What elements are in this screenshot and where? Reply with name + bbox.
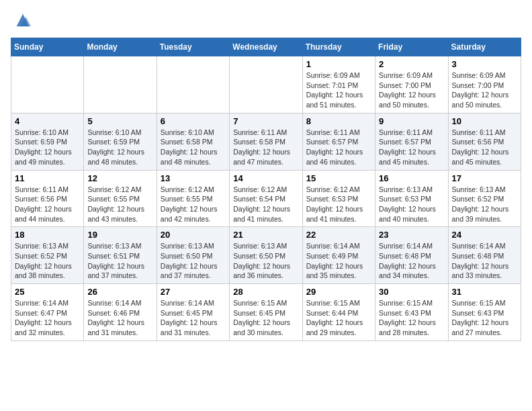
calendar-week-row: 4Sunrise: 6:10 AM Sunset: 6:59 PM Daylig… — [11, 113, 521, 170]
day-info: Sunrise: 6:13 AM Sunset: 6:51 PM Dayligh… — [87, 241, 152, 281]
calendar-cell: 7Sunrise: 6:11 AM Sunset: 6:58 PM Daylig… — [230, 113, 302, 170]
day-number: 22 — [306, 230, 371, 240]
calendar-cell: 15Sunrise: 6:12 AM Sunset: 6:53 PM Dayli… — [302, 170, 375, 227]
calendar-day-header: Saturday — [448, 38, 521, 56]
day-number: 21 — [233, 230, 298, 240]
calendar-cell: 8Sunrise: 6:11 AM Sunset: 6:57 PM Daylig… — [302, 113, 375, 170]
calendar-cell — [157, 56, 229, 113]
day-number: 7 — [233, 116, 298, 126]
page-header — [11, 11, 521, 30]
day-number: 5 — [87, 116, 152, 126]
calendar-cell: 6Sunrise: 6:10 AM Sunset: 6:58 PM Daylig… — [157, 113, 229, 170]
calendar-cell: 10Sunrise: 6:11 AM Sunset: 6:56 PM Dayli… — [448, 113, 521, 170]
day-info: Sunrise: 6:14 AM Sunset: 6:48 PM Dayligh… — [379, 241, 444, 281]
calendar-week-row: 25Sunrise: 6:14 AM Sunset: 6:47 PM Dayli… — [11, 284, 521, 341]
calendar-cell: 1Sunrise: 6:09 AM Sunset: 7:01 PM Daylig… — [302, 56, 375, 113]
day-info: Sunrise: 6:13 AM Sunset: 6:53 PM Dayligh… — [379, 185, 444, 224]
day-number: 9 — [379, 116, 444, 126]
calendar-cell: 14Sunrise: 6:12 AM Sunset: 6:54 PM Dayli… — [230, 170, 302, 227]
day-info: Sunrise: 6:14 AM Sunset: 6:48 PM Dayligh… — [452, 241, 517, 281]
calendar-week-row: 1Sunrise: 6:09 AM Sunset: 7:01 PM Daylig… — [11, 56, 521, 113]
calendar-cell: 26Sunrise: 6:14 AM Sunset: 6:46 PM Dayli… — [84, 284, 157, 341]
day-number: 15 — [306, 173, 371, 183]
day-number: 24 — [452, 230, 517, 240]
calendar-cell: 5Sunrise: 6:10 AM Sunset: 6:59 PM Daylig… — [84, 113, 157, 170]
day-number: 27 — [161, 287, 226, 297]
calendar-day-header: Friday — [375, 38, 448, 56]
day-number: 16 — [379, 173, 444, 183]
calendar-cell: 3Sunrise: 6:09 AM Sunset: 7:00 PM Daylig… — [448, 56, 521, 113]
day-number: 30 — [379, 287, 444, 297]
day-number: 20 — [161, 230, 226, 240]
day-info: Sunrise: 6:15 AM Sunset: 6:43 PM Dayligh… — [379, 298, 444, 338]
day-info: Sunrise: 6:15 AM Sunset: 6:44 PM Dayligh… — [306, 298, 371, 338]
calendar-cell: 29Sunrise: 6:15 AM Sunset: 6:44 PM Dayli… — [302, 284, 375, 341]
calendar-cell: 12Sunrise: 6:12 AM Sunset: 6:55 PM Dayli… — [84, 170, 157, 227]
calendar-cell: 18Sunrise: 6:13 AM Sunset: 6:52 PM Dayli… — [11, 227, 84, 284]
day-number: 2 — [379, 59, 444, 69]
calendar-cell — [11, 56, 84, 113]
day-info: Sunrise: 6:10 AM Sunset: 6:59 PM Dayligh… — [87, 128, 152, 167]
calendar-cell: 23Sunrise: 6:14 AM Sunset: 6:48 PM Dayli… — [375, 227, 448, 284]
calendar-cell: 17Sunrise: 6:13 AM Sunset: 6:52 PM Dayli… — [448, 170, 521, 227]
calendar-cell: 27Sunrise: 6:14 AM Sunset: 6:45 PM Dayli… — [157, 284, 229, 341]
day-info: Sunrise: 6:15 AM Sunset: 6:43 PM Dayligh… — [452, 298, 517, 338]
day-info: Sunrise: 6:14 AM Sunset: 6:46 PM Dayligh… — [87, 298, 152, 338]
calendar-week-row: 11Sunrise: 6:11 AM Sunset: 6:56 PM Dayli… — [11, 170, 521, 227]
day-number: 17 — [452, 173, 517, 183]
calendar-cell: 25Sunrise: 6:14 AM Sunset: 6:47 PM Dayli… — [11, 284, 84, 341]
day-number: 14 — [233, 173, 298, 183]
day-number: 1 — [306, 59, 371, 69]
calendar-cell — [230, 56, 302, 113]
day-info: Sunrise: 6:11 AM Sunset: 6:57 PM Dayligh… — [306, 128, 371, 167]
day-info: Sunrise: 6:12 AM Sunset: 6:53 PM Dayligh… — [306, 185, 371, 224]
day-number: 29 — [306, 287, 371, 297]
day-number: 26 — [87, 287, 152, 297]
calendar-day-header: Thursday — [302, 38, 375, 56]
calendar-cell: 28Sunrise: 6:15 AM Sunset: 6:45 PM Dayli… — [230, 284, 302, 341]
day-info: Sunrise: 6:12 AM Sunset: 6:55 PM Dayligh… — [161, 185, 226, 224]
day-number: 18 — [15, 230, 80, 240]
calendar-day-header: Monday — [84, 38, 157, 56]
day-number: 19 — [87, 230, 152, 240]
day-number: 10 — [452, 116, 517, 126]
day-number: 28 — [233, 287, 298, 297]
page-container: SundayMondayTuesdayWednesdayThursdayFrid… — [0, 0, 532, 348]
calendar-cell: 9Sunrise: 6:11 AM Sunset: 6:57 PM Daylig… — [375, 113, 448, 170]
calendar-cell — [84, 56, 157, 113]
day-info: Sunrise: 6:09 AM Sunset: 7:00 PM Dayligh… — [379, 71, 444, 110]
calendar-table: SundayMondayTuesdayWednesdayThursdayFrid… — [11, 38, 521, 341]
calendar-cell: 2Sunrise: 6:09 AM Sunset: 7:00 PM Daylig… — [375, 56, 448, 113]
day-info: Sunrise: 6:12 AM Sunset: 6:55 PM Dayligh… — [87, 185, 152, 224]
day-number: 11 — [15, 173, 80, 183]
calendar-cell: 20Sunrise: 6:13 AM Sunset: 6:50 PM Dayli… — [157, 227, 229, 284]
day-info: Sunrise: 6:12 AM Sunset: 6:54 PM Dayligh… — [233, 185, 298, 224]
calendar-cell: 31Sunrise: 6:15 AM Sunset: 6:43 PM Dayli… — [448, 284, 521, 341]
calendar-day-header: Wednesday — [230, 38, 302, 56]
day-info: Sunrise: 6:15 AM Sunset: 6:45 PM Dayligh… — [233, 298, 298, 338]
calendar-cell: 30Sunrise: 6:15 AM Sunset: 6:43 PM Dayli… — [375, 284, 448, 341]
day-info: Sunrise: 6:13 AM Sunset: 6:50 PM Dayligh… — [233, 241, 298, 281]
day-info: Sunrise: 6:09 AM Sunset: 7:00 PM Dayligh… — [452, 71, 517, 110]
day-info: Sunrise: 6:11 AM Sunset: 6:57 PM Dayligh… — [379, 128, 444, 167]
calendar-cell: 21Sunrise: 6:13 AM Sunset: 6:50 PM Dayli… — [230, 227, 302, 284]
day-number: 8 — [306, 116, 371, 126]
calendar-cell: 11Sunrise: 6:11 AM Sunset: 6:56 PM Dayli… — [11, 170, 84, 227]
day-number: 4 — [15, 116, 80, 126]
day-number: 3 — [452, 59, 517, 69]
day-number: 13 — [161, 173, 226, 183]
day-info: Sunrise: 6:11 AM Sunset: 6:58 PM Dayligh… — [233, 128, 298, 167]
logo — [11, 11, 32, 30]
day-info: Sunrise: 6:14 AM Sunset: 6:45 PM Dayligh… — [161, 298, 226, 338]
day-number: 25 — [15, 287, 80, 297]
calendar-cell: 22Sunrise: 6:14 AM Sunset: 6:49 PM Dayli… — [302, 227, 375, 284]
day-number: 31 — [452, 287, 517, 297]
calendar-cell: 16Sunrise: 6:13 AM Sunset: 6:53 PM Dayli… — [375, 170, 448, 227]
day-number: 6 — [161, 116, 226, 126]
logo-icon — [13, 11, 32, 30]
day-info: Sunrise: 6:10 AM Sunset: 6:58 PM Dayligh… — [161, 128, 226, 167]
day-info: Sunrise: 6:13 AM Sunset: 6:50 PM Dayligh… — [161, 241, 226, 281]
day-number: 12 — [87, 173, 152, 183]
calendar-cell: 4Sunrise: 6:10 AM Sunset: 6:59 PM Daylig… — [11, 113, 84, 170]
day-info: Sunrise: 6:14 AM Sunset: 6:47 PM Dayligh… — [15, 298, 80, 338]
